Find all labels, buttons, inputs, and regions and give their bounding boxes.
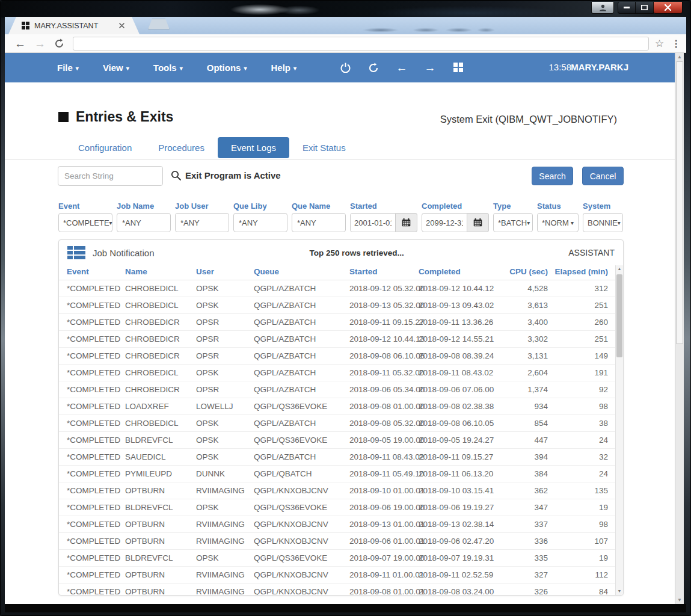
col-cpu[interactable]: CPU (sec) <box>497 265 548 280</box>
menu-help[interactable]: Help▾ <box>271 63 296 73</box>
table-row[interactable]: *COMPLETEDOPTBURNRVIIMAGINGQGPL/KNXOBJCN… <box>59 533 623 550</box>
browser-toolbar: ← → ☆ ⋮ <box>5 34 686 53</box>
table-row[interactable]: *COMPLETEDBLDREVFCLOPSKQGPL/QS36EVOKE201… <box>59 432 623 449</box>
menu-view[interactable]: View▾ <box>103 63 129 73</box>
job-user-input[interactable] <box>175 213 229 232</box>
job-name-input[interactable] <box>117 213 171 232</box>
table-row[interactable]: *COMPLETEDCHROBEDICLOPSKQGPL/AZBATCH2018… <box>59 365 623 381</box>
table-row[interactable]: *COMPLETEDOPTBURNRVIIMAGINGQGPL/KNXOBJCN… <box>59 516 623 533</box>
table-row[interactable]: *COMPLETEDSAUEDICLOPSKQGPL/AZBATCH2018-0… <box>59 449 623 466</box>
status-select[interactable]: *NORM▾ <box>537 213 579 232</box>
event-select[interactable]: *COMPLETE▾ <box>58 213 112 232</box>
completed-date-input[interactable] <box>422 213 467 232</box>
page-scrollbar[interactable]: ▲ ▼ <box>675 53 684 604</box>
cancel-button[interactable]: Cancel <box>582 167 624 185</box>
col-completed[interactable]: Completed <box>419 265 497 280</box>
browser-reload-icon[interactable] <box>54 38 64 49</box>
user-name[interactable]: MARY.PARKJ <box>571 62 628 72</box>
new-tab-button[interactable] <box>148 19 170 29</box>
bookmark-star-icon[interactable]: ☆ <box>655 37 664 50</box>
table-scrollbar[interactable]: ▲ ▼ <box>615 265 623 595</box>
started-date-input[interactable] <box>350 213 396 232</box>
tab-configuration[interactable]: Configuration <box>65 137 145 158</box>
menu-options[interactable]: Options▾ <box>207 63 247 73</box>
col-queue[interactable]: Queue <box>254 265 349 280</box>
table-cell: 2018-09-08 02.38.38 <box>419 398 497 415</box>
calendar-icon[interactable] <box>467 213 489 232</box>
tab-procedures[interactable]: Procedures <box>145 137 218 158</box>
table-row[interactable]: *COMPLETEDLOADXREFLOWELLJQGPL/QS36EVOKE2… <box>59 398 623 415</box>
apps-grid-icon[interactable] <box>452 62 464 74</box>
table-scrollbar-thumb[interactable] <box>616 274 622 357</box>
table-cell: 854 <box>497 415 548 432</box>
table-row[interactable]: *COMPLETEDCHROBEDICROPSRQGPL/AZBATCH2018… <box>59 314 623 331</box>
table-cell: 312 <box>548 280 608 297</box>
browser-back-icon[interactable]: ← <box>14 38 26 49</box>
menu-file[interactable]: File▾ <box>57 63 79 73</box>
calendar-icon[interactable] <box>396 213 417 232</box>
table-cell: 2018-09-07 19.19.31 <box>419 550 497 567</box>
table-cell: 2018-09-06 19.19.27 <box>419 499 497 516</box>
table-row[interactable]: *COMPLETEDOPTBURNRVIIMAGINGQGPL/KNXOBJCN… <box>59 482 623 499</box>
filter-status: Status *NORM▾ <box>537 202 579 232</box>
table-cell: 2018-09-11 13.36.26 <box>419 314 497 331</box>
que-name-input[interactable] <box>292 213 346 232</box>
menu-tools[interactable]: Tools▾ <box>153 63 183 73</box>
table-row[interactable]: *COMPLETEDBLDREVFCLOPSKQGPL/QS36EVOKE201… <box>59 499 623 516</box>
col-elapsed[interactable]: Elapsed (min) <box>548 265 608 280</box>
table-cell: *COMPLETED <box>67 466 125 482</box>
table-row[interactable]: *COMPLETEDOPTBURNRVIIMAGINGQGPL/KNXOBJCN… <box>59 584 623 596</box>
table-row[interactable]: *COMPLETEDCHROBEDICROPSRQGPL/AZBATCH2018… <box>59 348 623 365</box>
page-tabs: Configuration Procedures Event Logs Exit… <box>65 137 359 158</box>
col-started[interactable]: Started <box>349 265 419 280</box>
table-row[interactable]: *COMPLETEDCHROBEDICLOPSKQGPL/AZBATCH2018… <box>59 297 623 314</box>
table-cell: 191 <box>548 365 608 381</box>
system-select[interactable]: BONNIE▾ <box>583 213 623 232</box>
table-row[interactable]: *COMPLETEDCHROBEDICROPSRQGPL/AZBATCH2018… <box>59 331 623 348</box>
table-row[interactable]: *COMPLETEDOPTBURNRVIIMAGINGQGPL/KNXOBJCN… <box>59 567 623 584</box>
search-input[interactable] <box>58 166 163 186</box>
table-cell: 2,604 <box>497 365 548 381</box>
nav-back-icon[interactable]: ← <box>396 62 408 74</box>
scroll-down-icon[interactable]: ▼ <box>675 597 684 603</box>
maximize-button[interactable] <box>636 2 654 14</box>
address-bar[interactable] <box>73 37 649 51</box>
table-cell: 362 <box>497 482 548 499</box>
table-cell: *COMPLETED <box>67 449 125 466</box>
table-row[interactable]: *COMPLETEDCHROBEDICROPSRQGPL/AZBATCH2018… <box>59 381 623 398</box>
table-row[interactable]: *COMPLETEDCHROBEDICLOPSKQGPL/AZBATCH2018… <box>59 415 623 432</box>
minimize-button[interactable] <box>618 2 636 14</box>
col-event[interactable]: Event <box>67 265 125 280</box>
power-icon[interactable] <box>339 62 351 74</box>
table-cell: *COMPLETED <box>67 499 125 516</box>
scroll-up-icon[interactable]: ▲ <box>675 54 684 60</box>
table-cell: 2018-09-13 01.00.01 <box>349 516 419 533</box>
que-liby-input[interactable] <box>233 213 287 232</box>
table-cell: OPTBURN <box>125 533 196 550</box>
scrollbar-thumb[interactable] <box>676 61 683 344</box>
table-row[interactable]: *COMPLETEDCHROBEDICLOPSKQGPL/AZBATCH2018… <box>59 280 623 297</box>
tab-event-logs[interactable]: Event Logs <box>218 137 289 158</box>
search-button[interactable]: Search <box>532 167 573 185</box>
profile-button[interactable] <box>591 2 614 14</box>
table-cell: *COMPLETED <box>67 482 125 499</box>
browser-menu-icon[interactable]: ⋮ <box>671 38 681 49</box>
browser-tab[interactable]: MARY.ASSISTANT <box>8 17 140 34</box>
table-row[interactable]: *COMPLETEDBLDREVFCLOPSKQGPL/QS36EVOKE201… <box>59 550 623 567</box>
tab-close-icon[interactable] <box>117 21 126 30</box>
close-icon[interactable] <box>654 2 683 14</box>
table-row[interactable]: *COMPLETEDPYMILEUPDDUNNKQGPL/QBATCH2018-… <box>59 466 623 482</box>
table-cell: 337 <box>497 516 548 533</box>
table-cell: *COMPLETED <box>67 533 125 550</box>
nav-forward-icon[interactable]: → <box>424 62 436 74</box>
scroll-up-icon[interactable]: ▲ <box>616 266 623 271</box>
tab-exit-status[interactable]: Exit Status <box>289 137 359 158</box>
refresh-icon[interactable] <box>367 62 379 74</box>
col-name[interactable]: Name <box>125 265 196 280</box>
table-cell: 98 <box>548 516 608 533</box>
table-cell: LOADXREF <box>125 398 196 415</box>
scroll-down-icon[interactable]: ▼ <box>616 589 623 593</box>
type-select[interactable]: *BATCH▾ <box>493 213 533 232</box>
tab-title: MARY.ASSISTANT <box>34 22 117 30</box>
col-user[interactable]: User <box>196 265 254 280</box>
